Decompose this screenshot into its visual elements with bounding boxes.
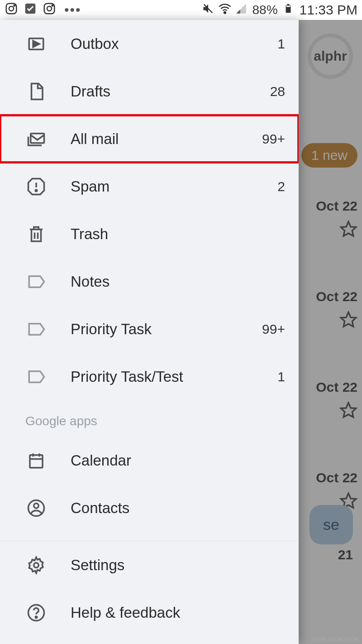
battery-icon xyxy=(283,2,293,19)
drawer-count: 99+ xyxy=(262,131,285,147)
clock-time: 11:33 PM xyxy=(300,2,357,18)
drawer-label: Spam xyxy=(71,178,277,195)
drawer-count: 2 xyxy=(277,179,285,194)
watermark: WWW.DEUAQ.COM xyxy=(313,637,358,642)
drawer-item-drafts[interactable]: Drafts 28 xyxy=(0,67,299,115)
drawer-label: Calendar xyxy=(71,452,285,469)
drawer-label: Priority Task/Test xyxy=(71,368,277,385)
drawer-item-trash[interactable]: Trash xyxy=(0,210,299,258)
drawer-count: 99+ xyxy=(262,322,285,337)
svg-point-6 xyxy=(52,5,53,6)
instagram-icon xyxy=(5,2,18,19)
drawer-label: Notes xyxy=(71,273,285,290)
google-apps-header: Google apps xyxy=(0,400,299,437)
signal-icon xyxy=(235,3,247,18)
drafts-icon xyxy=(25,81,47,102)
label-icon xyxy=(25,318,47,340)
drawer-label: Settings xyxy=(71,557,285,574)
drawer-count: 1 xyxy=(277,36,285,52)
drawer-item-help[interactable]: Help & feedback xyxy=(0,589,299,636)
contacts-icon xyxy=(25,497,47,519)
svg-rect-10 xyxy=(287,4,290,5)
drawer-item-spam[interactable]: Spam 2 xyxy=(0,163,299,210)
drawer-item-contacts[interactable]: Contacts xyxy=(0,484,299,532)
label-icon xyxy=(25,271,47,293)
drawer-label: Priority Task xyxy=(71,321,262,338)
drawer-item-notes[interactable]: Notes xyxy=(0,258,299,305)
drawer-label: Drafts xyxy=(71,83,270,100)
svg-point-29 xyxy=(34,562,39,567)
drawer-label: Trash xyxy=(71,226,285,243)
svg-point-20 xyxy=(35,190,37,192)
drawer-label: Help & feedback xyxy=(71,604,285,621)
mute-icon xyxy=(202,2,214,18)
checkbox-icon xyxy=(24,2,37,19)
instagram-icon xyxy=(43,2,56,19)
trash-icon xyxy=(25,223,47,245)
svg-point-28 xyxy=(34,503,39,508)
svg-point-8 xyxy=(224,11,226,13)
wifi-icon xyxy=(218,2,232,19)
battery-percent: 88% xyxy=(252,3,278,17)
label-icon xyxy=(25,366,47,388)
drawer-item-settings[interactable]: Settings xyxy=(0,541,299,589)
svg-rect-11 xyxy=(286,5,290,7)
svg-point-31 xyxy=(35,616,37,618)
drawer-count: 28 xyxy=(270,84,285,99)
more-dots-icon: ••• xyxy=(64,2,81,18)
drawer-item-priority-task-test[interactable]: Priority Task/Test 1 xyxy=(0,353,299,400)
all-mail-icon xyxy=(25,128,47,150)
settings-icon xyxy=(25,554,47,576)
help-icon xyxy=(25,602,47,624)
svg-rect-23 xyxy=(30,455,43,467)
drawer-item-priority-task[interactable]: Priority Task 99+ xyxy=(0,305,299,353)
drawer-label: All mail xyxy=(71,130,262,148)
navigation-drawer: Outbox 1 Drafts 28 All mail 99+ Spam 2 T… xyxy=(0,20,299,644)
drawer-item-all-mail[interactable]: All mail 99+ xyxy=(0,115,299,163)
drawer-label: Contacts xyxy=(71,500,285,517)
svg-point-1 xyxy=(9,6,14,11)
drawer-count: 1 xyxy=(277,369,285,384)
drawer-item-calendar[interactable]: Calendar xyxy=(0,437,299,484)
calendar-icon xyxy=(25,450,47,471)
outbox-icon xyxy=(25,33,47,55)
drawer-label: Outbox xyxy=(71,35,277,53)
svg-rect-17 xyxy=(31,133,44,143)
drawer-item-outbox[interactable]: Outbox 1 xyxy=(0,20,299,67)
status-bar: ••• 88% 11:33 PM xyxy=(0,0,362,20)
svg-point-5 xyxy=(47,6,52,11)
spam-icon xyxy=(25,176,47,197)
svg-point-2 xyxy=(14,5,15,6)
